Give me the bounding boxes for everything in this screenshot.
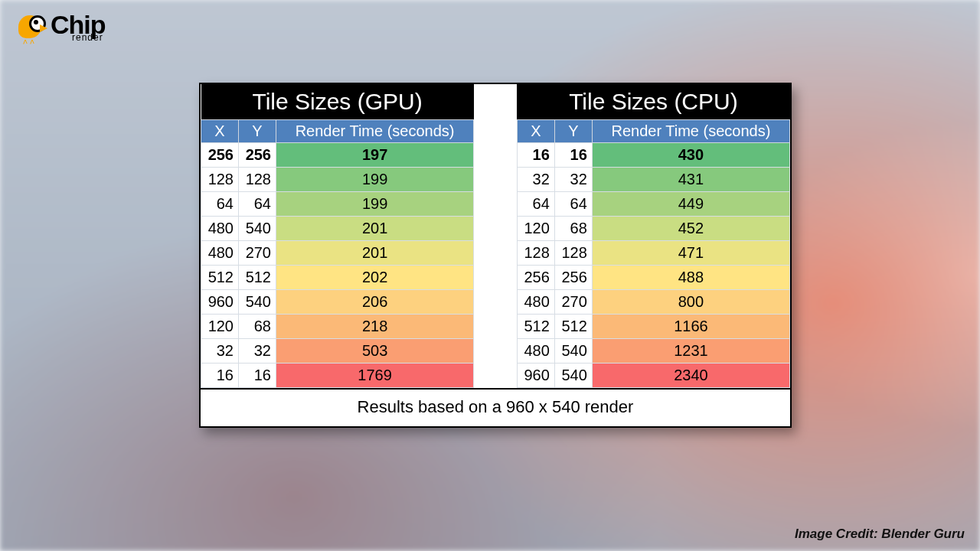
cpu-tbody: 1616430323243164644491206845212812847125… <box>517 143 789 388</box>
cell-render-time: 430 <box>592 143 789 168</box>
cell-y: 128 <box>554 241 592 266</box>
cpu-title: Tile Sizes (CPU) <box>517 84 789 120</box>
table-row: 960540206 <box>201 290 474 315</box>
table-row: 512512202 <box>201 266 474 290</box>
cell-render-time: 1166 <box>592 315 789 339</box>
cell-x: 128 <box>517 241 554 266</box>
table-row: 9605402340 <box>517 364 789 388</box>
table-row: 480270800 <box>517 290 789 315</box>
gpu-header-rt: Render Time (seconds) <box>276 120 474 143</box>
table-row: 1616430 <box>517 143 789 168</box>
table-row: 4805401231 <box>517 339 789 364</box>
cell-y: 540 <box>239 217 276 241</box>
cell-render-time: 201 <box>276 217 474 241</box>
cell-render-time: 452 <box>592 217 789 241</box>
cell-x: 480 <box>201 217 239 241</box>
cell-x: 32 <box>517 168 554 192</box>
cpu-header-y: Y <box>554 120 592 143</box>
cell-y: 512 <box>239 266 276 290</box>
cell-y: 64 <box>239 192 276 217</box>
cell-x: 480 <box>201 241 239 266</box>
cell-y: 68 <box>554 217 592 241</box>
gpu-header-x: X <box>201 120 239 143</box>
cell-x: 120 <box>517 217 554 241</box>
cell-render-time: 431 <box>592 168 789 192</box>
logo-mark-icon: ʌʌ <box>15 11 49 44</box>
cell-render-time: 2340 <box>592 364 789 388</box>
tile-size-panel: Tile Sizes (GPU) X Y Render Time (second… <box>199 83 792 428</box>
table-row: 3232503 <box>201 339 474 364</box>
cell-render-time: 202 <box>276 266 474 290</box>
cpu-header-rt: Render Time (seconds) <box>592 120 789 143</box>
table-row: 480270201 <box>201 241 474 266</box>
cell-render-time: 800 <box>592 290 789 315</box>
cell-x: 256 <box>517 266 554 290</box>
cell-render-time: 199 <box>276 192 474 217</box>
table-row: 16161769 <box>201 364 474 388</box>
cell-y: 256 <box>554 266 592 290</box>
cell-y: 540 <box>554 339 592 364</box>
gpu-table: Tile Sizes (GPU) X Y Render Time (second… <box>201 84 474 388</box>
cell-y: 64 <box>554 192 592 217</box>
cell-y: 128 <box>239 168 276 192</box>
gpu-header-y: Y <box>239 120 276 143</box>
table-row: 128128471 <box>517 241 789 266</box>
cell-render-time: 488 <box>592 266 789 290</box>
image-credit: Image Credit: Blender Guru <box>795 527 965 542</box>
cell-render-time: 503 <box>276 339 474 364</box>
cell-y: 270 <box>554 290 592 315</box>
cell-x: 128 <box>201 168 239 192</box>
cell-x: 256 <box>201 143 239 168</box>
table-row: 12068218 <box>201 315 474 339</box>
cell-x: 64 <box>201 192 239 217</box>
cell-render-time: 199 <box>276 168 474 192</box>
cell-y: 512 <box>554 315 592 339</box>
cell-x: 16 <box>201 364 239 388</box>
table-row: 6464199 <box>201 192 474 217</box>
cell-render-time: 218 <box>276 315 474 339</box>
table-row: 128128199 <box>201 168 474 192</box>
table-row: 6464449 <box>517 192 789 217</box>
cell-y: 32 <box>554 168 592 192</box>
cell-render-time: 449 <box>592 192 789 217</box>
cell-x: 512 <box>517 315 554 339</box>
cell-render-time: 201 <box>276 241 474 266</box>
caption: Results based on a 960 x 540 render <box>201 388 790 426</box>
cell-render-time: 197 <box>276 143 474 168</box>
cell-y: 16 <box>554 143 592 168</box>
table-row: 480540201 <box>201 217 474 241</box>
cell-x: 120 <box>201 315 239 339</box>
logo-text-sub: render <box>72 34 106 42</box>
cell-y: 16 <box>239 364 276 388</box>
table-row: 3232431 <box>517 168 789 192</box>
gpu-title: Tile Sizes (GPU) <box>201 84 474 120</box>
cell-x: 64 <box>517 192 554 217</box>
cell-y: 270 <box>239 241 276 266</box>
cell-y: 540 <box>554 364 592 388</box>
cell-y: 68 <box>239 315 276 339</box>
cell-y: 256 <box>239 143 276 168</box>
cell-x: 480 <box>517 339 554 364</box>
table-gap <box>474 84 517 388</box>
table-row: 256256488 <box>517 266 789 290</box>
cell-render-time: 1769 <box>276 364 474 388</box>
table-row: 12068452 <box>517 217 789 241</box>
cell-render-time: 206 <box>276 290 474 315</box>
table-row: 256256197 <box>201 143 474 168</box>
cell-x: 480 <box>517 290 554 315</box>
cell-x: 512 <box>201 266 239 290</box>
cell-x: 16 <box>517 143 554 168</box>
cpu-header-x: X <box>517 120 554 143</box>
cell-x: 960 <box>201 290 239 315</box>
table-row: 5125121166 <box>517 315 789 339</box>
cpu-table: Tile Sizes (CPU) X Y Render Time (second… <box>517 84 790 388</box>
cell-x: 32 <box>201 339 239 364</box>
cell-y: 540 <box>239 290 276 315</box>
cell-y: 32 <box>239 339 276 364</box>
cell-render-time: 471 <box>592 241 789 266</box>
cell-render-time: 1231 <box>592 339 789 364</box>
gpu-tbody: 2562561971281281996464199480540201480270… <box>201 143 474 388</box>
cell-x: 960 <box>517 364 554 388</box>
brand-logo: ʌʌ Chip render <box>15 11 106 44</box>
